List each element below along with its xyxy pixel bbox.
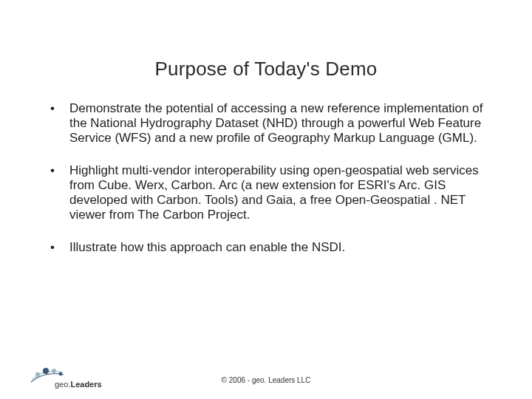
slide: Purpose of Today's Demo Demonstrate the … [0,0,532,399]
svg-point-1 [43,368,49,374]
footer: geo.Leaders © 2006 - geo. Leaders LLC [0,364,532,386]
list-item: Demonstrate the potential of accessing a… [50,101,497,146]
copyright-text: © 2006 - geo. Leaders LLC [0,376,532,384]
bullet-list: Demonstrate the potential of accessing a… [0,101,532,255]
svg-point-2 [52,369,56,373]
list-item: Highlight multi-vendor interoperability … [50,163,497,222]
svg-point-3 [59,372,63,376]
list-item: Illustrate how this approach can enable … [50,240,497,255]
slide-title: Purpose of Today's Demo [0,0,532,101]
